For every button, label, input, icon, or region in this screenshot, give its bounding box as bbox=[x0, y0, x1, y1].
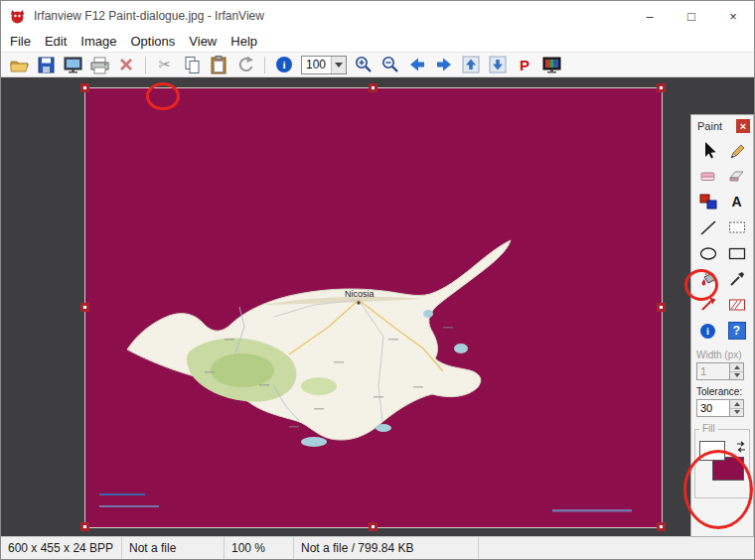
paint-panel: Paint × bbox=[690, 114, 754, 537]
eyedropper-tool-button[interactable] bbox=[722, 266, 751, 292]
swap-colors-icon[interactable] bbox=[735, 440, 747, 454]
toolbar-separator bbox=[264, 57, 265, 73]
menu-image[interactable]: Image bbox=[80, 34, 116, 49]
slant-eraser-tool-button[interactable] bbox=[722, 163, 751, 189]
close-button[interactable]: × bbox=[712, 1, 754, 31]
next-image-button[interactable] bbox=[431, 54, 457, 75]
canvas-area: Nicosia bbox=[1, 77, 755, 538]
menu-edit[interactable]: Edit bbox=[45, 34, 67, 49]
crop-rect-tool-button[interactable] bbox=[722, 214, 751, 240]
zoom-dropdown-button[interactable] bbox=[331, 57, 346, 73]
paint-info-button[interactable]: i bbox=[693, 318, 722, 344]
nicosia-dot bbox=[357, 301, 360, 304]
rectangle-tool-button[interactable] bbox=[722, 240, 751, 266]
foreground-color-swatch[interactable] bbox=[699, 441, 725, 461]
cyprus-island-shape bbox=[127, 240, 511, 440]
info-icon: i bbox=[276, 57, 292, 72]
copy-button[interactable] bbox=[179, 54, 205, 75]
selection-handle-bottom-center[interactable] bbox=[369, 522, 378, 531]
selection-handle-top-center[interactable] bbox=[369, 83, 378, 92]
status-file-size: Not a file / 799.84 KB bbox=[294, 537, 479, 559]
paint-panel-close-button[interactable]: × bbox=[736, 119, 750, 133]
color-replace-icon bbox=[696, 190, 720, 213]
paint-bucket-icon bbox=[696, 267, 720, 291]
scissors-icon: ✂ bbox=[159, 56, 172, 73]
pencil-icon bbox=[725, 138, 749, 162]
image-info-button[interactable]: i bbox=[271, 54, 297, 75]
slant-eraser-icon bbox=[725, 164, 749, 188]
minimize-button[interactable]: – bbox=[629, 1, 671, 31]
color-replace-tool-button[interactable] bbox=[693, 189, 722, 214]
last-image-button[interactable] bbox=[485, 54, 511, 75]
irfanview-app-icon bbox=[9, 8, 26, 25]
zoom-in-icon bbox=[354, 55, 374, 74]
menu-help[interactable]: Help bbox=[230, 34, 257, 49]
toolbar-separator bbox=[145, 57, 146, 73]
selection-handle-mid-left[interactable] bbox=[80, 303, 89, 312]
menu-file[interactable]: File bbox=[10, 34, 31, 49]
selection-handle-top-right[interactable] bbox=[657, 83, 666, 92]
slideshow-icon bbox=[63, 56, 83, 73]
ellipse-icon bbox=[696, 241, 720, 265]
printer-icon bbox=[89, 56, 110, 74]
flood-fill-tool-button[interactable] bbox=[693, 266, 722, 292]
width-label: Width (px) bbox=[691, 350, 753, 360]
arrow-down-boxed-icon bbox=[489, 56, 507, 73]
eraser-tool-button[interactable] bbox=[693, 163, 722, 189]
save-button[interactable] bbox=[33, 54, 59, 75]
hatch-rect-tool-button[interactable] bbox=[722, 292, 751, 318]
print-button[interactable] bbox=[86, 54, 112, 75]
fill-group: Fill bbox=[694, 429, 750, 498]
ellipse-tool-button[interactable] bbox=[693, 240, 722, 266]
select-tool-button[interactable] bbox=[693, 137, 722, 163]
width-input[interactable] bbox=[696, 362, 730, 380]
selection-handle-bottom-right[interactable] bbox=[657, 522, 666, 531]
previous-image-button[interactable] bbox=[404, 54, 430, 75]
stepper-up-icon[interactable] bbox=[730, 400, 743, 408]
map-scale-and-attribution bbox=[99, 493, 632, 512]
selection-handle-top-left[interactable] bbox=[80, 83, 89, 92]
tolerance-stepper[interactable] bbox=[730, 399, 744, 417]
menu-view[interactable]: View bbox=[189, 34, 217, 49]
zoom-in-button[interactable] bbox=[351, 54, 377, 75]
undo-arrow-icon bbox=[235, 55, 255, 74]
fill-group-label: Fill bbox=[699, 423, 718, 434]
screen-color-button[interactable] bbox=[538, 54, 564, 75]
paste-button[interactable] bbox=[206, 54, 231, 75]
stepper-up-icon[interactable] bbox=[730, 363, 743, 371]
eraser-icon bbox=[696, 164, 720, 188]
line-tool-button[interactable] bbox=[693, 214, 722, 240]
text-tool-icon: A bbox=[731, 194, 741, 210]
copy-icon bbox=[182, 55, 202, 74]
irfanview-window: Irfanview F12 Paint-dialogue.jpg - Irfan… bbox=[0, 0, 755, 560]
maximize-button[interactable]: □ bbox=[671, 1, 712, 31]
stepper-down-icon[interactable] bbox=[730, 371, 743, 380]
paint-dialog-button[interactable]: P bbox=[512, 54, 537, 75]
stepper-down-icon[interactable] bbox=[730, 408, 743, 417]
zoom-select[interactable]: 100 bbox=[301, 56, 347, 74]
arrow-right-icon bbox=[434, 56, 454, 73]
status-image-info: 600 x 455 x 24 BPP bbox=[1, 537, 122, 559]
width-stepper[interactable] bbox=[730, 362, 744, 380]
pencil-tool-button[interactable] bbox=[722, 137, 751, 163]
selection-handle-mid-right[interactable] bbox=[657, 303, 666, 312]
selection-handle-bottom-left[interactable] bbox=[80, 522, 89, 531]
arrow-tool-button[interactable] bbox=[693, 292, 722, 318]
undo-button[interactable] bbox=[232, 54, 258, 75]
tolerance-input[interactable] bbox=[696, 399, 730, 417]
cut-button[interactable]: ✂ bbox=[152, 54, 178, 75]
text-tool-button[interactable]: A bbox=[722, 189, 751, 214]
delete-button[interactable] bbox=[113, 54, 139, 75]
cyprus-map: Nicosia bbox=[85, 88, 662, 527]
status-zoom: 100 % bbox=[225, 537, 294, 559]
menu-options[interactable]: Options bbox=[131, 34, 176, 49]
paint-help-button[interactable]: ? bbox=[722, 318, 751, 344]
open-button[interactable] bbox=[6, 54, 32, 75]
edited-image[interactable]: Nicosia bbox=[85, 88, 662, 527]
zoom-out-icon bbox=[380, 55, 400, 74]
slideshow-button[interactable] bbox=[60, 54, 85, 75]
screen-color-icon bbox=[541, 56, 562, 74]
open-folder-icon bbox=[9, 56, 30, 74]
first-image-button[interactable] bbox=[458, 54, 484, 75]
zoom-out-button[interactable] bbox=[378, 54, 403, 75]
